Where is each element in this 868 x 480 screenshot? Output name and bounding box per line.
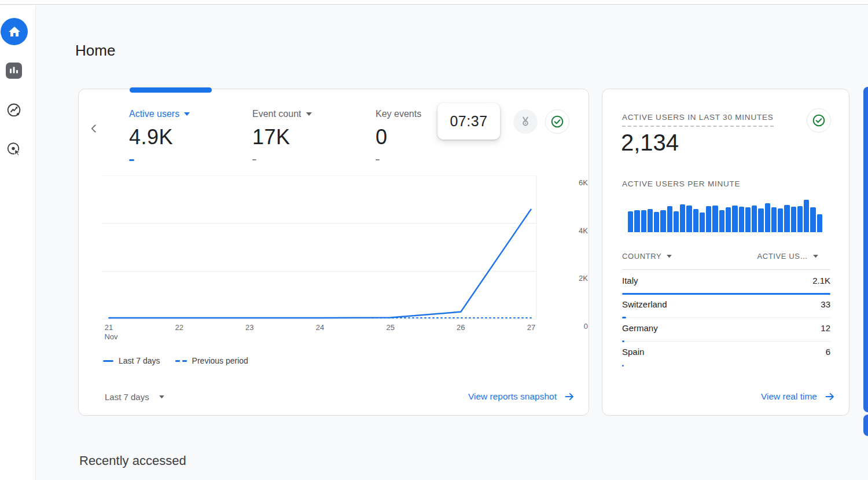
timer-value: 07:37 xyxy=(450,113,487,130)
realtime-country-table: Italy 2.1K Switzerland 33 Germany 12 Spa… xyxy=(622,270,830,365)
value-cell: 33 xyxy=(821,299,830,309)
minute-bar xyxy=(686,206,692,232)
realtime-active-users-value: 2,134 xyxy=(621,130,679,156)
sidebar-item-explore[interactable] xyxy=(6,102,22,118)
chevron-left-icon xyxy=(87,122,100,135)
metric-value: 4.9K xyxy=(129,125,190,149)
bar-chart-icon xyxy=(6,63,22,79)
data-quality-button[interactable] xyxy=(807,108,831,133)
legend-item-current: Last 7 days xyxy=(103,356,160,365)
minute-bar xyxy=(693,209,698,232)
page-title: Home xyxy=(75,42,115,60)
overview-card-footer: Last 7 days View reports snapshot xyxy=(79,387,589,406)
dashed-line-swatch xyxy=(175,360,187,362)
svg-text:2K: 2K xyxy=(579,274,588,283)
check-circle-icon xyxy=(550,114,565,129)
country-cell: Switzerland xyxy=(622,299,667,309)
medal-icon xyxy=(518,115,532,129)
svg-text:24: 24 xyxy=(316,323,324,332)
ads-target-icon xyxy=(6,141,22,157)
minute-bar xyxy=(804,200,809,232)
table-row: Italy 2.1K xyxy=(622,270,830,294)
minute-bar xyxy=(739,207,744,232)
minute-bar xyxy=(752,206,757,232)
chevron-down-icon xyxy=(812,254,819,258)
table-divider xyxy=(622,269,830,270)
home-icon xyxy=(8,25,21,39)
minute-bar xyxy=(667,206,672,232)
arrow-right-icon xyxy=(564,391,575,402)
minute-bar xyxy=(817,214,822,232)
value-cell: 6 xyxy=(826,347,830,357)
minute-bar xyxy=(758,208,763,232)
check-circle-icon xyxy=(811,113,826,128)
carousel-indicator xyxy=(130,87,212,93)
active-users-per-minute-chart xyxy=(628,199,822,232)
minute-bar xyxy=(654,212,659,232)
sidebar-item-reports[interactable] xyxy=(6,63,22,79)
minute-bar xyxy=(634,210,639,232)
svg-text:4K: 4K xyxy=(579,226,588,235)
svg-text:27: 27 xyxy=(527,323,535,332)
refresh-timer-tooltip: 07:37 xyxy=(437,103,500,140)
minute-bar xyxy=(765,203,770,232)
svg-text:26: 26 xyxy=(457,323,465,332)
country-cell: Germany xyxy=(622,323,658,333)
minute-bar xyxy=(797,206,803,232)
realtime-table-header: COUNTRY ACTIVE US… xyxy=(622,252,830,261)
chevron-down-icon xyxy=(306,112,312,116)
explore-trend-icon xyxy=(6,102,22,118)
minute-bar xyxy=(680,204,685,232)
realtime-title: ACTIVE USERS IN LAST 30 MINUTES xyxy=(622,113,774,127)
country-cell: Spain xyxy=(622,347,644,357)
line-chart-svg: 02K4K6K21Nov222324252627 xyxy=(102,175,591,345)
delta-indicator xyxy=(376,159,380,160)
value-cell: 2.1K xyxy=(812,276,830,285)
country-cell: Italy xyxy=(622,276,638,285)
svg-text:25: 25 xyxy=(386,323,394,332)
metric-tab-active-users[interactable]: Active users 4.9K xyxy=(129,109,190,161)
active-users-line-chart: 02K4K6K21Nov222324252627 xyxy=(102,175,591,345)
sidebar-item-home[interactable] xyxy=(1,18,28,45)
minute-bar xyxy=(778,208,783,232)
previous-metrics-button[interactable] xyxy=(86,120,102,137)
solid-line-swatch xyxy=(103,360,113,362)
minute-bar xyxy=(674,211,679,232)
view-reports-snapshot-link[interactable]: View reports snapshot xyxy=(468,391,575,402)
minute-bar xyxy=(706,206,711,232)
minute-bar xyxy=(771,207,777,232)
table-row: Switzerland 33 xyxy=(622,294,830,318)
minute-bar xyxy=(732,206,737,232)
realtime-card: ACTIVE USERS IN LAST 30 MINUTES 2,134 AC… xyxy=(602,89,849,416)
right-panel-edge-top[interactable] xyxy=(863,87,868,412)
arrow-right-icon xyxy=(824,391,836,402)
minute-bar xyxy=(628,211,633,232)
metric-value: 17K xyxy=(252,125,312,149)
metric-tab-key-events[interactable]: Key events 0 xyxy=(376,109,421,160)
minute-bar xyxy=(660,210,665,232)
svg-text:6K: 6K xyxy=(579,178,588,187)
view-real-time-link[interactable]: View real time xyxy=(761,391,836,402)
top-divider xyxy=(0,0,868,5)
chevron-down-icon xyxy=(183,112,190,116)
country-column-header[interactable]: COUNTRY xyxy=(622,252,672,261)
sidebar xyxy=(0,5,36,480)
active-users-column-header[interactable]: ACTIVE US… xyxy=(757,252,819,261)
date-range-selector[interactable]: Last 7 days xyxy=(105,392,165,402)
table-row: Spain 6 xyxy=(622,342,830,365)
data-quality-button[interactable] xyxy=(545,109,569,134)
minute-bar xyxy=(648,209,653,232)
sidebar-item-advertising[interactable] xyxy=(6,141,22,157)
svg-text:0: 0 xyxy=(584,322,588,331)
benchmarks-button[interactable] xyxy=(513,109,538,134)
row-progress-bar xyxy=(622,365,624,367)
svg-text:21: 21 xyxy=(105,323,113,332)
metric-tab-event-count[interactable]: Event count 17K xyxy=(252,109,312,160)
metric-value: 0 xyxy=(376,125,421,149)
minute-bar xyxy=(700,212,705,232)
chevron-down-icon xyxy=(159,395,165,399)
section-heading: Recently accessed xyxy=(79,453,186,468)
realtime-card-footer: View real time xyxy=(602,387,849,406)
minute-bar xyxy=(726,207,731,232)
right-panel-edge-bottom[interactable] xyxy=(863,415,868,436)
